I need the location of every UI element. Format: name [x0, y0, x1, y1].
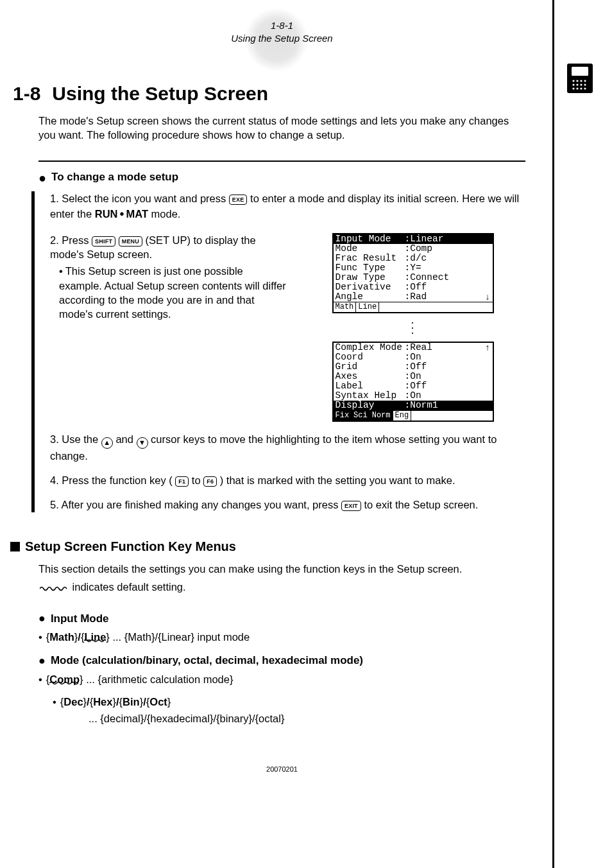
exe-key-icon: EXE: [229, 195, 248, 205]
scroll-up-icon: ↑: [486, 343, 490, 352]
section-heading-text: Setup Screen Function Key Menus: [25, 539, 236, 554]
svg-point-2: [572, 80, 574, 82]
exit-key-icon: EXIT: [341, 501, 361, 511]
footer-date: 20070201: [38, 765, 525, 773]
step-2: 2. Press SHIFT MENU (SET UP) to display …: [50, 233, 525, 422]
mode-option-bases: •{Dec}/{Hex}/{Bin}/{Oct}: [53, 694, 525, 710]
wavy-underline-icon: [84, 631, 106, 647]
step-2-note: •This Setup screen is just one possible …: [59, 264, 287, 321]
page-header: 1-8-1 Using the Setup Screen: [38, 19, 525, 44]
svg-point-4: [580, 80, 582, 82]
title-number: 1-8: [13, 83, 40, 104]
page-subtitle: Using the Setup Screen: [38, 32, 525, 45]
dot-icon: •: [117, 207, 126, 221]
svg-point-3: [576, 80, 578, 82]
bullet-icon: ●: [38, 612, 46, 625]
divider: [38, 161, 525, 162]
svg-point-12: [580, 87, 582, 89]
input-mode-option: •{Math}/{Line} ... {Math}/{Linear} input…: [38, 629, 525, 645]
mode-heading: ● Mode (calculation/binary, octal, decim…: [38, 654, 525, 668]
svg-point-7: [576, 83, 578, 85]
step-1: 1. Select the icon you want and press EX…: [50, 191, 525, 223]
calc-screen-1: Input Mode:Linear Mode:Comp Frac Result:…: [332, 233, 494, 313]
bullet-icon: ●: [38, 171, 46, 185]
page-ref: 1-8-1: [38, 19, 525, 32]
cursor-up-icon: ▲: [101, 437, 113, 449]
run-label: RUN: [95, 208, 118, 220]
wavy-underline-icon: [40, 586, 68, 592]
fkey-row: FixSciNormEng: [334, 410, 493, 421]
square-bullet-icon: [10, 542, 20, 551]
mode-option-comp: •{Comp} ... {arithmetic calculation mode…: [38, 672, 525, 688]
section-heading: Setup Screen Function Key Menus: [10, 539, 525, 554]
svg-point-5: [584, 80, 586, 82]
procedure-heading-text: To change a mode setup: [51, 171, 178, 184]
step-4: 4. Press the function key ( F1 to F6 ) t…: [50, 473, 525, 487]
cursor-down-icon: ▼: [137, 437, 148, 449]
input-mode-heading: ● Input Mode: [38, 612, 525, 625]
mode-option-bases-desc: ... {decimal}/{hexadecimal}/{binary}/{oc…: [89, 711, 525, 727]
page-title: 1-8Using the Setup Screen: [13, 83, 525, 105]
bullet-icon: •: [38, 631, 42, 643]
scroll-down-icon: ↓: [486, 292, 490, 302]
intro-paragraph: The mode's Setup screen shows the curren…: [38, 114, 525, 143]
procedure-heading: ● To change a mode setup: [38, 171, 525, 185]
bullet-icon: •: [38, 673, 42, 685]
f1-key-icon: F1: [175, 476, 189, 487]
section-intro: This section details the settings you ca…: [38, 562, 525, 576]
bullet-icon: •: [59, 265, 63, 277]
bullet-icon: •: [53, 696, 56, 707]
fkey-row: MathLine: [334, 302, 493, 312]
bullet-icon: ●: [38, 654, 46, 668]
step-5: 5. After you are finished making any cha…: [50, 498, 525, 512]
svg-rect-1: [572, 67, 588, 76]
procedure-block: 1. Select the icon you want and press EX…: [31, 191, 525, 512]
calculator-tab-icon: [566, 63, 593, 94]
svg-point-9: [584, 83, 586, 85]
menu-key-icon: MENU: [119, 236, 142, 247]
default-note: indicates default setting.: [38, 580, 525, 594]
svg-point-11: [576, 87, 578, 89]
wavy-underline-icon: [49, 673, 80, 690]
svg-point-13: [584, 87, 586, 89]
svg-point-10: [572, 87, 574, 89]
step-3: 3. Use the ▲ and ▼ cursor keys to move t…: [50, 432, 525, 463]
calc-screen-2: Complex Mode:Real↑ Coord:On Grid:Off Axe…: [332, 342, 494, 422]
vertical-ellipsis-icon: ···: [411, 320, 414, 335]
mat-label: MAT: [126, 208, 148, 220]
f6-key-icon: F6: [203, 476, 217, 487]
shift-key-icon: SHIFT: [92, 236, 115, 247]
svg-point-8: [580, 83, 582, 85]
calculator-screens: Input Mode:Linear Mode:Comp Frac Result:…: [300, 233, 525, 422]
title-text: Using the Setup Screen: [52, 83, 268, 104]
svg-point-6: [572, 83, 574, 85]
